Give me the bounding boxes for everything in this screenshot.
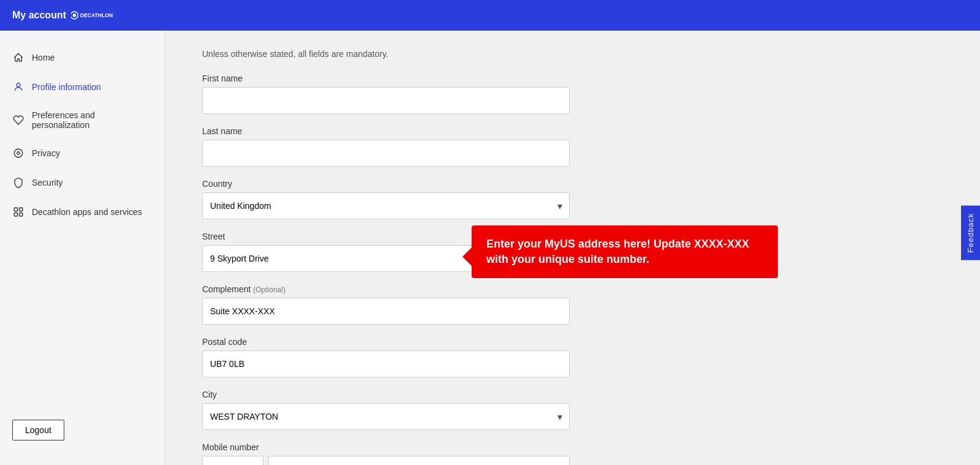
apps-icon (12, 206, 24, 218)
country-group: Country United Kingdom France Germany Sp… (202, 179, 943, 219)
sidebar: Home Profile information Preference (0, 31, 165, 465)
first-name-group: First name (202, 74, 943, 114)
svg-text:DECATHLON: DECATHLON (80, 12, 113, 18)
svg-rect-8 (14, 213, 17, 216)
sidebar-item-security[interactable]: Security (0, 168, 165, 197)
decathlon-logo: DECATHLON (71, 9, 120, 22)
decathlon-wordmark: DECATHLON (71, 9, 120, 22)
tooltip-text: Enter your MyUS address here! Update XXX… (486, 238, 749, 265)
sidebar-label-apps: Decathlon apps and services (32, 207, 142, 217)
main-layout: Home Profile information Preference (0, 31, 980, 465)
sidebar-item-preferences[interactable]: Preferences and personalization (0, 102, 165, 138)
svg-rect-6 (14, 208, 17, 211)
logout-button[interactable]: Logout (12, 420, 64, 440)
postal-code-input[interactable] (202, 350, 570, 377)
heart-icon (12, 114, 24, 126)
mobile-row: +44 +1 +33 +49 +34 ▾ (202, 456, 570, 465)
sidebar-label-preferences: Preferences and personalization (32, 110, 153, 130)
complement-optional: (Optional) (253, 285, 285, 294)
mobile-number-group: Mobile number +44 +1 +33 +49 +34 ▾ (202, 442, 943, 465)
last-name-group: Last name (202, 126, 943, 167)
header: My account DECATHLON (0, 0, 980, 31)
postal-code-group: Postal code (202, 337, 943, 377)
sidebar-item-decathlon-apps[interactable]: Decathlon apps and services (0, 197, 165, 227)
phone-prefix-select[interactable]: +44 +1 +33 +49 +34 (202, 456, 263, 465)
main-content: Unless otherwise stated, all fields are … (165, 31, 980, 465)
first-name-label: First name (202, 74, 943, 83)
privacy-icon (12, 147, 24, 159)
sidebar-label-security: Security (32, 178, 63, 187)
feedback-tab[interactable]: Feedback (961, 205, 980, 260)
country-select-wrapper: United Kingdom France Germany Spain Ital… (202, 192, 570, 219)
phone-prefix-wrapper: +44 +1 +33 +49 +34 ▾ (202, 456, 263, 465)
myus-tooltip: Enter your MyUS address here! Update XXX… (472, 225, 778, 278)
header-title: My account DECATHLON (12, 9, 120, 22)
city-select[interactable]: WEST DRAYTON LONDON MANCHESTER (202, 403, 570, 430)
svg-rect-7 (20, 208, 23, 211)
sidebar-nav: Home Profile information Preference (0, 43, 165, 227)
feedback-label: Feedback (966, 213, 975, 252)
sidebar-item-home[interactable]: Home (0, 43, 165, 72)
svg-point-4 (14, 149, 23, 157)
svg-point-5 (17, 152, 20, 155)
form-note: Unless otherwise stated, all fields are … (202, 49, 943, 59)
complement-group: Complement (Optional) (202, 284, 943, 325)
shield-icon (12, 176, 24, 189)
street-group: Street Enter your MyUS address here! Upd… (202, 232, 943, 272)
home-icon (12, 51, 24, 64)
svg-rect-9 (20, 213, 23, 216)
city-label: City (202, 390, 943, 399)
sidebar-label-home: Home (32, 53, 55, 62)
country-label: Country (202, 179, 943, 189)
first-name-input[interactable] (202, 87, 570, 114)
mobile-number-label: Mobile number (202, 442, 943, 452)
complement-input[interactable] (202, 298, 570, 325)
header-text: My account (12, 10, 66, 21)
postal-code-label: Postal code (202, 337, 943, 347)
svg-point-1 (73, 13, 76, 17)
last-name-label: Last name (202, 126, 943, 136)
complement-label: Complement (Optional) (202, 284, 943, 294)
logout-area: Logout (0, 407, 165, 453)
sidebar-label-privacy: Privacy (32, 148, 60, 158)
phone-number-input[interactable] (268, 456, 570, 465)
country-select[interactable]: United Kingdom France Germany Spain Ital… (202, 192, 570, 219)
svg-point-3 (17, 83, 20, 87)
user-icon (12, 81, 24, 93)
sidebar-item-profile[interactable]: Profile information (0, 72, 165, 102)
sidebar-label-profile: Profile information (32, 82, 101, 92)
last-name-input[interactable] (202, 140, 570, 167)
sidebar-item-privacy[interactable]: Privacy (0, 138, 165, 168)
city-group: City WEST DRAYTON LONDON MANCHESTER ▾ (202, 390, 943, 430)
city-select-wrapper: WEST DRAYTON LONDON MANCHESTER ▾ (202, 403, 570, 430)
